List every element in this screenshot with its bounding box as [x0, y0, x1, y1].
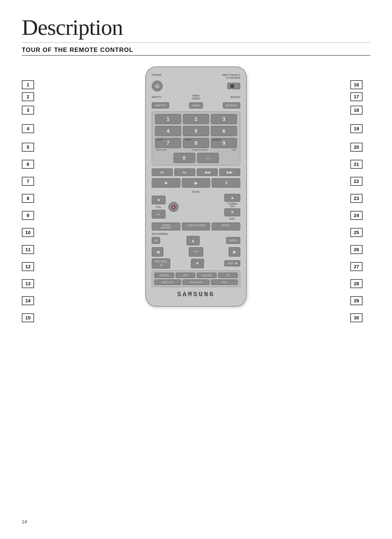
tuner-memory-button[interactable]: TUNERMEMORY — [152, 222, 180, 230]
sleep-label: SLEEP — [184, 139, 191, 141]
callout-8: 8 — [22, 194, 34, 203]
callout-12: 12 — [22, 262, 34, 271]
return-button[interactable]: RETURN ↺ — [152, 258, 170, 269]
play-row: ■ ▶ ⏸ — [152, 178, 240, 188]
btn-9[interactable]: DIMMER9 — [211, 138, 237, 148]
src-ipod[interactable]: iPod — [211, 279, 238, 285]
audio-assign-label: AUDIO ASSIGN — [192, 149, 207, 151]
exit-button[interactable]: EXIT ◀ — [224, 260, 240, 266]
nav-row: ◀ ↩ ▶ — [152, 247, 240, 257]
callout-10: 10 — [22, 228, 34, 237]
nav-left-button[interactable]: ◀ — [152, 247, 163, 257]
input-select-label: INPUT SELECT TV SOURCE — [222, 74, 240, 80]
callout-2: 2 — [22, 92, 34, 101]
callout-18: 18 — [350, 106, 363, 115]
power-label: POWER — [152, 74, 161, 80]
source-area: BD/DVD SAT TV/AUX1 CD MULTI CH VCR/AUX2 … — [152, 270, 240, 287]
callout-17: 17 — [350, 92, 363, 101]
main-zone2-label: MAIN/ZONE2 — [192, 94, 200, 101]
callout-27: 27 — [350, 262, 363, 271]
main-zone2-button[interactable]: MAIN — [189, 102, 203, 109]
callout-19: 19 — [350, 124, 363, 133]
mo-st-button[interactable]: MO/ST — [212, 222, 240, 230]
power-button[interactable]: ⏻ — [152, 81, 163, 91]
vol-label: VOL — [156, 205, 162, 209]
page-number: 14 — [22, 519, 27, 524]
btn-dash[interactable]: – — [197, 153, 219, 163]
callout-26: 26 — [350, 245, 363, 254]
src-bd-dvd[interactable]: BD/DVD — [154, 273, 174, 278]
skip-fwd-button[interactable]: ⏭ — [174, 168, 195, 176]
callout-30: 30 — [350, 313, 363, 322]
callout-6: 6 — [22, 160, 34, 169]
input-select-button[interactable]: ⬛→ — [227, 83, 240, 89]
callout-3: 3 — [22, 106, 34, 115]
nav-down-button[interactable]: ▼ — [191, 259, 204, 268]
nav-up-button[interactable]: ▲ — [187, 236, 200, 245]
bottom-controls: TUNERMEMORY SUB WOOFER MO/ST — [152, 222, 240, 230]
return-row: RETURN ↺ ▼ EXIT ◀ — [152, 258, 240, 269]
btn-1[interactable]: 1 — [155, 114, 181, 124]
bd-dvd-label: BD/DVD — [231, 96, 240, 99]
btn-7[interactable]: NEO:67 — [155, 138, 181, 148]
callout-4: 4 — [22, 124, 34, 133]
callout-28: 28 — [350, 279, 363, 288]
amp-tv-button[interactable]: AMP/TV — [152, 102, 169, 109]
src-multi-ch[interactable]: MULTI CH — [154, 279, 181, 285]
left-callouts: 1 2 3 4 5 6 7 8 9 10 11 12 13 14 15 — [22, 66, 47, 322]
right-callouts: 16 17 18 19 20 21 22 23 24 25 26 27 28 2… — [345, 66, 370, 322]
nav-right-button[interactable]: ▶ — [229, 247, 240, 257]
transport-row: ⏮ ⏭ ◀◀ ▶▶ — [152, 168, 240, 176]
src-sat[interactable]: SAT — [176, 273, 196, 278]
page-title: Description — [22, 15, 370, 43]
mute-button[interactable]: 🔇 — [168, 202, 179, 212]
src-vcr-aux2[interactable]: VCR/AUX2 — [183, 279, 209, 285]
dsp-label: DSP — [232, 149, 236, 151]
btn-6[interactable]: 6 — [211, 126, 237, 136]
prologic-label: PROLOGIC — [156, 149, 167, 151]
btn-3[interactable]: 3 — [211, 114, 237, 124]
btn-5[interactable]: ·5 — [183, 126, 209, 136]
callout-23: 23 — [350, 194, 363, 203]
callout-5: 5 — [22, 143, 34, 152]
vol-up-button[interactable]: + — [152, 196, 166, 204]
callout-20: 20 — [350, 143, 363, 152]
callout-1: 1 — [22, 80, 34, 89]
fast-fwd-button[interactable]: ▶▶ — [219, 168, 240, 176]
vol-down-button[interactable]: – — [152, 210, 166, 219]
callout-24: 24 — [350, 211, 363, 220]
rewind-button[interactable]: ◀◀ — [197, 168, 218, 176]
src-cd[interactable]: CD — [218, 273, 238, 278]
btn-4[interactable]: 4 — [155, 126, 181, 136]
btn-0[interactable]: 0 — [173, 153, 195, 163]
callout-9: 9 — [22, 211, 34, 220]
callout-11: 11 — [22, 245, 34, 254]
play-button[interactable]: ▶ — [182, 178, 211, 188]
section-title: TOUR OF THE REMOTE CONTROL — [22, 46, 370, 56]
callout-16: 16 — [350, 80, 363, 89]
btn-2[interactable]: 2 — [183, 114, 209, 124]
callout-7: 7 — [22, 177, 34, 186]
callout-15: 15 — [22, 313, 34, 322]
stop-button[interactable]: ■ — [152, 178, 180, 188]
tuning-up-button[interactable]: ▲ — [224, 194, 240, 202]
bd-dvd-button[interactable]: BD/DVD — [223, 102, 240, 109]
src-tv-aux1[interactable]: TV/AUX1 — [197, 273, 217, 278]
callout-14: 14 — [22, 296, 34, 305]
amp-tv-label: AMP/TV — [152, 96, 161, 99]
nav-enter-button[interactable]: ↩ — [189, 247, 203, 257]
setup-row: ⊞ ▲ INFO i — [152, 236, 240, 245]
tuning-down-button[interactable]: ▼ — [224, 208, 240, 216]
remote-control: POWER INPUT SELECT TV SOURCE ⏻ ⬛→ AMP/TV… — [145, 66, 247, 307]
setup-menu-label: SETUP/MENU — [152, 233, 240, 235]
info-button[interactable]: INFO i — [226, 237, 240, 244]
callout-25: 25 — [350, 228, 363, 237]
tuning-ch-label: TUNING/CH — [228, 203, 237, 208]
btn-8[interactable]: SLEEP8 — [183, 138, 209, 148]
callout-29: 29 — [350, 296, 363, 305]
numpad-area: 1 2 3 4 ·5 6 NEO:67 SLEEP8 DIMMER9 — [152, 111, 240, 166]
sub-woofer-button[interactable]: SUB WOOFER — [182, 222, 211, 230]
pause-button[interactable]: ⏸ — [212, 178, 240, 188]
setup-button[interactable]: ⊞ — [152, 237, 160, 244]
skip-back-button[interactable]: ⏮ — [152, 168, 173, 176]
